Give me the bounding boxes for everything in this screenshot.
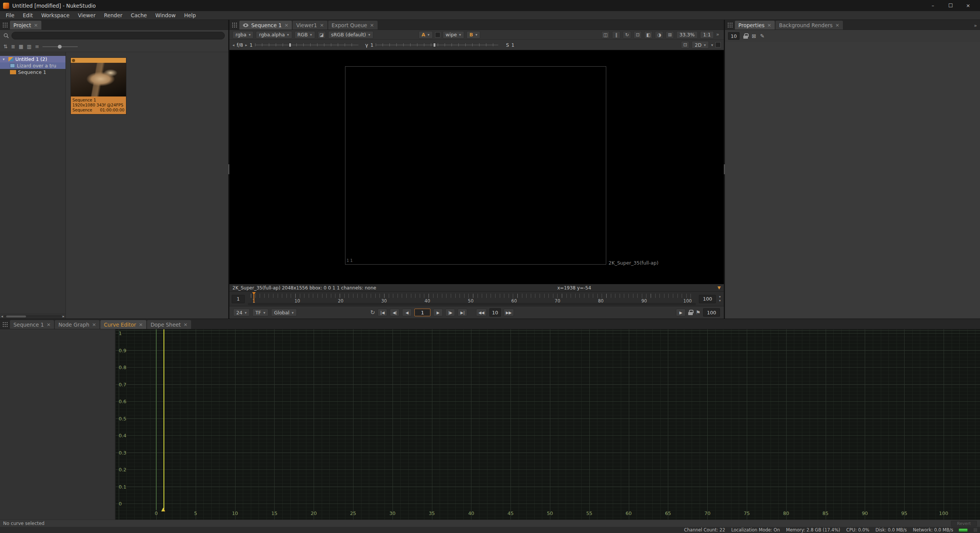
- roi-icon[interactable]: ⊡: [633, 31, 642, 39]
- gain-value[interactable]: 1: [250, 42, 253, 48]
- step-back-button[interactable]: ◀|: [390, 309, 399, 316]
- view-list-icon[interactable]: ≡: [35, 44, 39, 49]
- gain-slider[interactable]: [255, 42, 358, 48]
- exposure-increase-icon[interactable]: ▸: [245, 43, 247, 47]
- menu-item[interactable]: File: [2, 11, 19, 20]
- tab-project[interactable]: Project ×: [10, 21, 41, 29]
- thumbnail-size-slider[interactable]: [43, 44, 78, 49]
- curve-graph[interactable]: ▲ 10.90.80.70.60.50.40.30.20.10 05101520…: [116, 329, 980, 520]
- timeline-playhead[interactable]: [254, 293, 254, 303]
- tab-close-icon[interactable]: ×: [284, 22, 288, 28]
- frame-increment-field[interactable]: 10: [489, 308, 501, 317]
- viewer-tab[interactable]: Viewer1 ×: [293, 21, 327, 29]
- sort-icon[interactable]: ⇅: [3, 44, 8, 49]
- view-small-grid-icon[interactable]: ▥: [27, 44, 31, 49]
- tab-close-icon[interactable]: ×: [46, 322, 51, 327]
- viewer-tab[interactable]: Export Queue ×: [328, 21, 378, 29]
- play-backward-button[interactable]: ◀: [402, 309, 412, 316]
- toolbar-overflow-icon[interactable]: »: [716, 31, 721, 38]
- minimize-button[interactable]: –: [924, 0, 942, 11]
- flag-icon[interactable]: ⚑: [695, 309, 700, 316]
- gamma-value[interactable]: 1: [370, 42, 373, 48]
- play-range-end-field[interactable]: 100: [703, 308, 720, 317]
- pause-icon[interactable]: ∥: [612, 31, 620, 39]
- info-expand-icon[interactable]: ▼: [718, 285, 721, 290]
- menu-item[interactable]: Edit: [19, 11, 37, 20]
- menu-item[interactable]: Help: [180, 11, 200, 20]
- gamut-icon[interactable]: ◑: [655, 31, 663, 39]
- colorspace-dropdown[interactable]: sRGB (default)▾: [328, 31, 373, 39]
- clip-card[interactable]: Sequence 1 1920x1080 343f @24FPS Sequenc…: [70, 57, 126, 114]
- exposure-decrease-icon[interactable]: ◂: [232, 43, 234, 47]
- background-swatch[interactable]: [715, 42, 721, 47]
- tab-close-icon[interactable]: ×: [370, 22, 374, 28]
- slider-handle[interactable]: [58, 45, 62, 49]
- properties-tab[interactable]: Properties ×: [735, 21, 775, 29]
- lock-icon[interactable]: [688, 310, 693, 315]
- scroll-right-icon[interactable]: ▸: [62, 314, 64, 318]
- bottom-tab[interactable]: Sequence 1 ×: [10, 320, 54, 329]
- alpha-channel-dropdown[interactable]: rgba.alpha▾: [256, 31, 292, 39]
- curve-playhead-marker-icon[interactable]: ▲: [161, 506, 165, 512]
- range-scope-dropdown[interactable]: Global▾: [271, 309, 297, 316]
- tree-item[interactable]: Sequence 1: [0, 69, 65, 75]
- play-button[interactable]: ▶: [433, 309, 443, 316]
- menu-item[interactable]: Window: [151, 11, 180, 20]
- timeline-ruler[interactable]: 1102030405060708090100: [248, 293, 696, 306]
- saturation-value[interactable]: 1: [511, 42, 514, 48]
- properties-tab[interactable]: Background Renders ×: [775, 21, 843, 29]
- input-process-icon[interactable]: ◪: [317, 31, 326, 39]
- pane-menu-icon[interactable]: [727, 22, 733, 28]
- scroll-left-icon[interactable]: ◂: [1, 314, 3, 318]
- tree-item[interactable]: ▾ Untitled 1 (2): [0, 56, 65, 62]
- panel-splitter[interactable]: [724, 20, 725, 319]
- pane-menu-icon[interactable]: [2, 321, 8, 327]
- to-end-button[interactable]: ▶|: [458, 309, 467, 316]
- bottom-tab[interactable]: Node Graph ×: [55, 320, 100, 329]
- bottom-tab[interactable]: Curve Editor ×: [100, 320, 146, 329]
- overlay-icon[interactable]: ⊞: [666, 31, 674, 39]
- tab-close-icon[interactable]: ×: [767, 22, 771, 28]
- bottom-tab[interactable]: Dope Sheet ×: [147, 320, 191, 329]
- resize-corner[interactable]: [973, 528, 978, 532]
- menu-item[interactable]: Cache: [127, 11, 151, 20]
- gamma-slider-handle[interactable]: [433, 43, 436, 47]
- step-forward-button[interactable]: |▶: [445, 309, 455, 316]
- ruler-overflow-icon[interactable]: ▾▾: [719, 295, 722, 302]
- tab-close-icon[interactable]: ×: [139, 322, 143, 327]
- menu-item[interactable]: Viewer: [74, 11, 100, 20]
- exposure-label[interactable]: f/8: [237, 42, 243, 48]
- tab-close-icon[interactable]: ×: [92, 322, 96, 327]
- panel-overflow-icon[interactable]: »: [974, 23, 978, 29]
- curve-list-area[interactable]: [0, 329, 116, 520]
- proxy-icon[interactable]: ◫: [601, 31, 610, 39]
- view-options-icon[interactable]: ≣: [11, 44, 15, 49]
- tab-close-icon[interactable]: ×: [183, 322, 188, 327]
- current-frame-field[interactable]: 1: [232, 295, 245, 303]
- timeline-zoom-strip[interactable]: [248, 303, 696, 305]
- close-button[interactable]: ×: [959, 0, 977, 11]
- roi-region-icon[interactable]: ⊡: [681, 41, 689, 49]
- fps-dropdown[interactable]: 24▾: [233, 309, 250, 316]
- to-start-button[interactable]: |◀: [378, 309, 387, 316]
- clear-panels-icon[interactable]: ⊠: [752, 33, 756, 39]
- zoom-level-dropdown[interactable]: 33.3%: [676, 31, 698, 39]
- wipe-mode-dropdown[interactable]: wipe▾: [443, 31, 464, 39]
- menu-item[interactable]: Workspace: [37, 11, 74, 20]
- display-channels-dropdown[interactable]: RGB▾: [294, 31, 315, 39]
- pane-menu-icon[interactable]: [2, 22, 8, 28]
- view-grid-icon[interactable]: ▦: [19, 44, 23, 49]
- tab-close-icon[interactable]: ×: [835, 22, 839, 28]
- pane-menu-icon[interactable]: [231, 22, 237, 28]
- max-panels-field[interactable]: 10: [728, 32, 739, 40]
- revert-button[interactable]: Revert: [951, 521, 977, 526]
- view-mode-dropdown[interactable]: 2D▾: [692, 41, 709, 49]
- input-a-dropdown[interactable]: A▾: [419, 31, 433, 39]
- menu-item[interactable]: Render: [100, 11, 126, 20]
- skip-back-button[interactable]: ◀◀: [476, 309, 486, 316]
- range-end-field[interactable]: 100: [699, 295, 716, 303]
- gamma-slider[interactable]: [376, 42, 498, 48]
- viewer-canvas[interactable]: 1 1 2K_Super_35(full-ap): [229, 50, 724, 284]
- pencil-icon[interactable]: ✎: [760, 33, 765, 39]
- loop-mode-icon[interactable]: ↻: [370, 309, 375, 316]
